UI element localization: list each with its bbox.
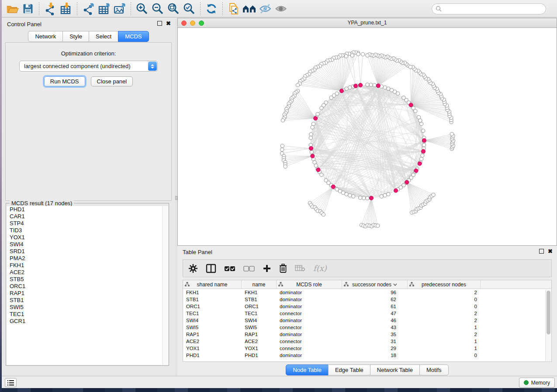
delete-table-icon [295,265,305,272]
tab-select[interactable]: Select [89,31,118,42]
cell-name: ORC1 [242,303,277,310]
mcds-result-item[interactable]: STB5 [7,276,163,283]
table-body: FKH1FKH1dominator962STB1STB1dominator620… [183,289,551,359]
mcds-result-item[interactable]: PMA2 [7,255,163,262]
first-neighbors-icon[interactable] [242,2,257,16]
memory-status-icon [524,380,529,385]
export-image-icon[interactable] [112,2,127,16]
copy-network-icon[interactable] [226,2,241,16]
column-header-name[interactable]: name [242,280,277,289]
main-toolbar [0,0,557,17]
trash-icon[interactable] [279,264,287,273]
columns-icon[interactable] [206,264,216,273]
table-row[interactable]: SWI5SWI5connector431 [183,324,551,331]
toolbar-separator [77,2,77,15]
export-network-icon[interactable] [81,2,96,16]
tab-network-table[interactable]: Network Table [370,364,420,375]
refresh-icon[interactable] [204,2,219,16]
mcds-result-title: MCDS result (17 nodes) [10,200,74,206]
float-window-icon[interactable] [539,249,544,254]
tab-edge-table[interactable]: Edge Table [328,364,370,375]
table-row[interactable]: TEC1TEC1connector472 [183,310,551,317]
tab-motifs[interactable]: Motifs [419,364,449,375]
memory-button[interactable]: Memory [519,378,555,388]
mcds-result-item[interactable]: TEC1 [7,311,163,318]
cell-shared-name: SWI4 [183,317,242,324]
close-panel-icon[interactable]: ✖ [548,249,553,254]
table-row[interactable]: ORC1ORC1dominator610 [183,303,551,310]
mcds-result-item[interactable]: SRD1 [7,248,163,255]
column-header-successor-nodes[interactable]: successor nodes [342,280,408,289]
cell-MCDS-role: dominator [277,303,342,310]
cell-shared-name: RAP1 [183,331,242,338]
float-window-icon[interactable] [157,21,162,26]
mcds-list-scrollbar[interactable] [163,206,168,365]
table-row[interactable]: FKH1FKH1dominator962 [183,289,551,296]
cell-name: YOX1 [242,345,277,352]
mcds-result-item[interactable]: RAP1 [7,290,163,297]
open-file-icon[interactable] [5,2,20,16]
mcds-result-item[interactable]: YOX1 [7,234,163,241]
zoom-fit-icon[interactable] [166,2,181,16]
select-all-icon[interactable] [224,265,235,272]
mcds-result-item[interactable]: GCR1 [7,318,163,325]
cell-name: RAP1 [242,331,277,338]
close-window-icon[interactable] [181,21,187,26]
mcds-result-item[interactable]: FKH1 [7,262,163,269]
mcds-result-item[interactable]: STP4 [7,220,163,227]
mcds-result-item[interactable]: ORC1 [7,283,163,290]
minimize-window-icon[interactable] [190,21,195,26]
mcds-result-item[interactable]: CAR1 [7,213,163,220]
run-mcds-button[interactable]: Run MCDS [44,76,85,86]
zoom-out-icon[interactable] [150,2,165,16]
show-all-icon[interactable] [273,2,288,16]
close-panel-button[interactable]: Close panel [91,76,133,86]
zoom-selected-icon[interactable] [182,2,197,16]
close-panel-icon[interactable]: ✖ [166,21,171,26]
table-row[interactable]: STB1STB1dominator620 [183,296,551,303]
hide-selected-icon[interactable] [258,2,273,16]
cell-predecessor-nodes: 0 [408,296,481,303]
optimization-criterion-dropdown[interactable]: largest connected component (undirected) [19,61,158,72]
table-row[interactable]: ACE2ACE2connector311 [183,338,551,345]
mcds-result-item[interactable]: ACE2 [7,269,163,276]
toolbar-separator [39,2,39,15]
list-icon [7,380,14,385]
mcds-result-item[interactable]: SWI5 [7,304,163,311]
table-row[interactable]: RAP1RAP1dominator352 [183,331,551,338]
column-label: successor nodes [352,282,391,288]
add-icon[interactable] [263,264,271,273]
column-header-MCDS-role[interactable]: MCDS role [277,280,342,289]
column-header-shared-name[interactable]: shared name [183,280,242,289]
gear-icon[interactable] [188,264,198,273]
search-icon [436,6,442,12]
mcds-result-item[interactable]: PHD1 [7,206,163,213]
tab-network[interactable]: Network [28,31,63,42]
export-table-icon[interactable] [97,2,111,16]
column-header-predecessor-nodes[interactable]: predecessor nodes [408,280,481,289]
table-row[interactable]: SWI4SWI4dominator462 [183,317,551,324]
cell-name: SWI4 [242,317,277,324]
optimization-criterion-label: Optimization criterion: [6,50,171,57]
cell-successor-nodes: 31 [342,338,408,345]
import-network-icon[interactable] [43,2,58,16]
mcds-result-item[interactable]: STB1 [7,297,163,304]
mcds-result-item[interactable]: TID3 [7,227,163,234]
table-row[interactable]: PHD1PHD1dominator180 [183,352,551,359]
table-row[interactable]: YOX1YOX1connector291 [183,345,551,352]
import-table-icon[interactable] [59,2,73,16]
dominator-node [359,83,363,87]
tab-style[interactable]: Style [62,31,89,42]
zoom-in-icon[interactable] [135,2,149,16]
tab-node-table[interactable]: Node Table [286,364,329,375]
cell-successor-nodes: 62 [342,296,408,303]
search-input[interactable] [432,3,546,14]
show-panels-button[interactable] [5,378,17,387]
network-graph-canvas[interactable] [178,28,557,245]
tab-mcds[interactable]: MCDS [118,31,149,42]
mcds-result-item[interactable]: SWI4 [7,241,163,248]
save-icon[interactable] [21,2,35,16]
maximize-window-icon[interactable] [199,21,204,26]
deselect-all-icon[interactable] [243,265,255,272]
table-scrollbar[interactable] [545,289,551,361]
